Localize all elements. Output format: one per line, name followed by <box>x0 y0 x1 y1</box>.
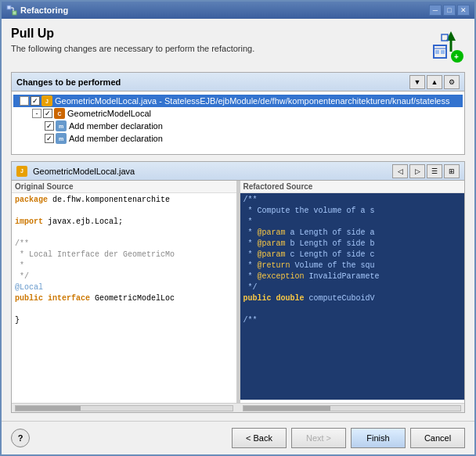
checkbox-4[interactable] <box>45 134 54 143</box>
checkbox-2[interactable] <box>43 109 52 118</box>
svg-text:+: + <box>454 52 459 61</box>
editor-btn-3[interactable]: ☰ <box>427 164 442 178</box>
tree-item-2[interactable]: - C GeometricModelLocal <box>13 107 463 120</box>
editor-title: J GeometricModelLocal.java <box>16 166 135 177</box>
original-source-pane: Original Source package de.fhw.komponent… <box>12 181 237 403</box>
original-code[interactable]: package de.fhw.komponentenarchite import… <box>12 193 236 400</box>
settings-icon: ⚙ <box>449 78 455 86</box>
refactored-label: Refactored Source <box>240 181 465 193</box>
changes-tree: - J GeometricModelLocal.java - Stateless… <box>12 92 464 154</box>
next-button[interactable]: Next > <box>291 428 346 448</box>
close-button[interactable]: ✕ <box>457 5 470 16</box>
title-bar-buttons: ─ □ ✕ <box>429 5 470 16</box>
finish-button[interactable]: Finish <box>351 428 406 448</box>
checkbox-1[interactable] <box>31 96 40 106</box>
editor-header: J GeometricModelLocal.java ◁ ▷ ☰ ⊞ <box>12 162 464 181</box>
maximize-button[interactable]: □ <box>443 5 456 16</box>
svg-rect-9 <box>441 50 445 54</box>
cancel-label: Cancel <box>424 433 451 443</box>
tree-label-3: Add member declaration <box>69 121 163 131</box>
refactored-code[interactable]: /** * Compute the volume of a s * * @par… <box>240 193 465 400</box>
refactoring-window: Refactoring ─ □ ✕ Pull Up The following … <box>0 0 476 456</box>
arrow-down-icon: ▼ <box>414 78 421 86</box>
changes-header: Changes to be performed ▼ ▲ ⚙ <box>12 73 464 92</box>
move-down-button[interactable]: ▼ <box>409 75 425 89</box>
bottom-toolbar: ? < Back Next > Finish Cancel <box>2 421 474 454</box>
editor-btn-2[interactable]: ▷ <box>409 164 425 178</box>
cancel-button[interactable]: Cancel <box>410 428 465 448</box>
expander-1[interactable]: - <box>20 96 29 106</box>
header-section: Pull Up The following changes are necess… <box>11 27 465 64</box>
left-scrollbar[interactable] <box>15 405 233 411</box>
svg-rect-1 <box>13 11 16 15</box>
next-label: Next > <box>306 433 331 443</box>
editor-filename: GeometricModelLocal.java <box>33 167 135 176</box>
editor-body: Original Source package de.fhw.komponent… <box>12 181 464 403</box>
minimize-button[interactable]: ─ <box>429 5 442 16</box>
refactor-icon <box>6 5 17 16</box>
back-label: < Back <box>246 433 272 443</box>
scrollbar-row <box>12 403 464 412</box>
java-icon-1: J <box>41 95 52 106</box>
changes-panel: Changes to be performed ▼ ▲ ⚙ - <box>11 72 465 155</box>
content-area: Pull Up The following changes are necess… <box>2 19 474 421</box>
move-up-button[interactable]: ▲ <box>427 75 442 89</box>
tree-item-4[interactable]: m Add member declaration <box>13 132 463 145</box>
settings-button[interactable]: ⚙ <box>444 75 460 89</box>
editor-file-icon: J <box>16 166 27 177</box>
pull-up-icon: + <box>427 27 465 64</box>
editor-panel: J GeometricModelLocal.java ◁ ▷ ☰ ⊞ Origi… <box>11 161 465 413</box>
member-icon-3: m <box>56 120 67 131</box>
changes-title: Changes to be performed <box>16 77 121 87</box>
finish-label: Finish <box>366 433 389 443</box>
help-button[interactable]: ? <box>11 429 30 447</box>
class-icon-2: C <box>54 108 65 119</box>
title-bar-left: Refactoring <box>6 5 68 16</box>
right-scrollbar[interactable] <box>243 405 461 411</box>
tree-label-2: GeometricModelLocal <box>67 109 151 118</box>
back-button[interactable]: < Back <box>232 428 287 448</box>
title-bar: Refactoring ─ □ ✕ <box>2 2 474 19</box>
tree-label-1: GeometricModelLocal.java - StatelessEJB/… <box>55 96 449 106</box>
header-left: Pull Up The following changes are necess… <box>11 27 254 53</box>
button-group: < Back Next > Finish Cancel <box>232 428 465 448</box>
refactored-source-pane: Refactored Source /** * Compute the volu… <box>240 181 465 403</box>
svg-rect-0 <box>7 5 11 9</box>
tree-item-1[interactable]: - J GeometricModelLocal.java - Stateless… <box>13 95 463 107</box>
checkbox-3[interactable] <box>45 121 54 131</box>
help-icon: ? <box>18 433 23 443</box>
svg-rect-8 <box>435 50 439 54</box>
editor-toolbar: ◁ ▷ ☰ ⊞ <box>392 164 460 178</box>
header-description: The following changes are necessary to p… <box>11 44 254 53</box>
original-label: Original Source <box>12 181 236 193</box>
page-title: Pull Up <box>11 27 254 41</box>
tree-label-4: Add member declaration <box>69 134 163 143</box>
tree-item-3[interactable]: m Add member declaration <box>13 120 463 132</box>
editor-btn-4[interactable]: ⊞ <box>444 164 460 178</box>
editor-btn-1[interactable]: ◁ <box>392 164 408 178</box>
changes-toolbar: ▼ ▲ ⚙ <box>409 75 460 89</box>
member-icon-4: m <box>56 133 67 144</box>
arrow-up-icon: ▲ <box>431 78 438 86</box>
expander-2[interactable]: - <box>32 109 41 118</box>
window-title: Refactoring <box>20 5 68 15</box>
